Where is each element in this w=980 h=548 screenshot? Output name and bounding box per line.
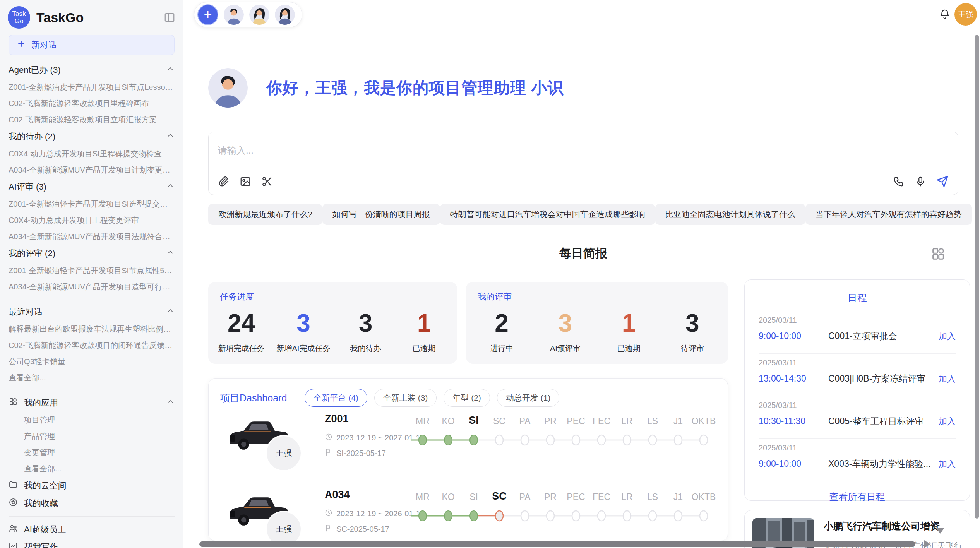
milestone-label-LS: LS bbox=[640, 416, 665, 426]
sidebar-task-item[interactable]: Z001-全新燃油轻卡产品开发项目SI造型提交物评审 bbox=[9, 196, 175, 212]
app-sub-item[interactable]: 查看全部... bbox=[9, 461, 175, 477]
chevron-up-icon[interactable] bbox=[166, 397, 175, 408]
filter-chip[interactable]: 全新平台 (4) bbox=[305, 389, 367, 407]
milestone-track bbox=[410, 431, 716, 449]
recent-chat-item[interactable]: 查看全部... bbox=[9, 370, 175, 386]
image-icon[interactable] bbox=[240, 176, 251, 187]
recent-chat-item[interactable]: C02-飞腾新能源轻客改款项目的闭环通告反馈情况 bbox=[9, 337, 175, 353]
greeting-text: 你好，王强，我是你的项目管理助理 小识 bbox=[266, 77, 564, 99]
project-row-A034: 王强A0342023-12-19 ~ 2026-01-19SC-2025-05-… bbox=[209, 488, 728, 541]
suggestion-chip[interactable]: 当下年轻人对汽车外观有怎样的喜好趋势 bbox=[805, 204, 972, 225]
vertical-scrollbar[interactable] bbox=[975, 35, 979, 519]
sidebar-task-item[interactable]: Z001-全新燃油轻卡产品开发项目SI节点属性5D文件评审 bbox=[9, 262, 175, 279]
join-link[interactable]: 加入 bbox=[939, 416, 956, 427]
chat-composer[interactable]: 请输入... bbox=[208, 132, 958, 195]
scroll-right-arrow[interactable] bbox=[924, 540, 930, 548]
scissors-icon[interactable] bbox=[261, 176, 273, 187]
milestone-label-FEC: FEC bbox=[589, 492, 614, 502]
add-agent-button[interactable]: + bbox=[197, 4, 218, 25]
event-date: 2025/03/11 bbox=[759, 401, 956, 410]
suggestion-chip[interactable]: 比亚迪全固态电池计划具体说了什么 bbox=[655, 204, 805, 225]
send-icon[interactable] bbox=[936, 175, 949, 188]
stat-value: 1 bbox=[401, 311, 447, 336]
stat-label: 已逾期 bbox=[606, 343, 652, 354]
my-apps-header[interactable]: 我的应用 bbox=[9, 394, 175, 412]
sidebar: Task Go TaskGo 新对话 Agent已办 (3)Z001-全新燃油皮… bbox=[0, 0, 183, 548]
filter-chip[interactable]: 动总开发 (1) bbox=[497, 389, 560, 407]
milestone-label-LR: LR bbox=[614, 492, 640, 502]
plus-icon bbox=[17, 39, 26, 51]
stat-value: 3 bbox=[342, 311, 389, 336]
sidebar-task-item[interactable]: C02-飞腾新能源轻客改款项目里程碑画布 bbox=[9, 95, 175, 111]
section-title: Agent已办 (3) bbox=[9, 64, 61, 76]
stat-待评审: 3待评审 bbox=[669, 311, 716, 354]
composer-toolbar bbox=[218, 175, 949, 188]
milestone-track bbox=[410, 507, 716, 525]
recent-chat-item[interactable]: 公司Q3轻卡销量 bbox=[9, 353, 175, 370]
filter-chip[interactable]: 全新上装 (3) bbox=[374, 389, 437, 407]
join-link[interactable]: 加入 bbox=[939, 458, 956, 470]
sidebar-section-header[interactable]: 我的评审 (2) bbox=[9, 245, 175, 262]
stat-label: 已逾期 bbox=[401, 343, 447, 354]
join-link[interactable]: 加入 bbox=[939, 373, 956, 385]
chevron-up-icon[interactable] bbox=[166, 131, 175, 142]
sidebar-task-item[interactable]: C02-飞腾新能源轻客改款项目立项汇报方案 bbox=[9, 111, 175, 128]
stat-进行中: 2进行中 bbox=[478, 311, 525, 354]
event-title: X003-车辆动力学性能验... bbox=[828, 458, 939, 470]
agent-avatar-3[interactable] bbox=[275, 5, 295, 25]
recent-chat-item[interactable]: 解释最新出台的欧盟报废车法规再生塑料比例被调至15%... bbox=[9, 321, 175, 337]
scroll-down-arrow[interactable] bbox=[936, 528, 944, 534]
user-avatar[interactable]: 王强 bbox=[954, 3, 977, 26]
stat-value: 2 bbox=[478, 311, 525, 336]
milestone-label-OKTB: OKTB bbox=[691, 492, 716, 502]
app-title: TaskGo bbox=[36, 10, 158, 25]
sidebar-section-header[interactable]: AI评审 (3) bbox=[9, 178, 175, 196]
agent-avatar-2[interactable] bbox=[249, 5, 269, 25]
stat-新增AI完成任务: 3新增AI完成任务 bbox=[277, 311, 331, 354]
sidebar-collapse-icon[interactable] bbox=[164, 12, 175, 23]
milestone-label-PEC: PEC bbox=[563, 492, 589, 502]
notification-bell-icon[interactable] bbox=[939, 9, 951, 22]
suggestion-chip[interactable]: 特朗普可能对进口汽车增税会对中国车企造成哪些影响 bbox=[440, 204, 655, 225]
sidebar-task-item[interactable]: A034-全新新能源MUV产品开发项目法规符合性评审 bbox=[9, 228, 175, 245]
chevron-up-icon[interactable] bbox=[166, 307, 175, 317]
sidebar-section-header[interactable]: Agent已办 (3) bbox=[9, 61, 175, 79]
sidebar-task-item[interactable]: A034-全新新能源MUV产品开发项目造型可行性评审 bbox=[9, 279, 175, 295]
new-chat-button[interactable]: 新对话 bbox=[9, 35, 175, 55]
event-line: 9:00-10:00C001-立项审批会加入 bbox=[759, 330, 956, 342]
view-all-schedule-link[interactable]: 查看所有日程 bbox=[745, 491, 970, 503]
logo-line2: Go bbox=[15, 17, 24, 25]
join-link[interactable]: 加入 bbox=[939, 331, 956, 342]
chevron-up-icon[interactable] bbox=[166, 65, 175, 75]
sidebar-header: Task Go TaskGo bbox=[0, 0, 183, 32]
sidebar-task-item[interactable]: C0X4-动力总成开发项目工程变更评审 bbox=[9, 212, 175, 228]
milestone-label-PEC: PEC bbox=[563, 416, 589, 426]
schedule-event: 2025/03/1110:30-11:30C005-整车工程目标评审加入 bbox=[759, 396, 956, 439]
sidebar-scroll: Agent已办 (3)Z001-全新燃油皮卡产品开发项目SI节点Lesson L… bbox=[0, 61, 183, 548]
brief-layout-icon[interactable] bbox=[930, 246, 946, 263]
chevron-up-icon[interactable] bbox=[166, 182, 175, 192]
sidebar-task-item[interactable]: A034-全新新能源MUV产品开发项目计划变更表编写 bbox=[9, 162, 175, 178]
sidebar-task-item[interactable]: C0X4-动力总成开发项目SI里程碑提交物检查 bbox=[9, 146, 175, 162]
chevron-up-icon[interactable] bbox=[166, 248, 175, 259]
horizontal-scrollbar[interactable] bbox=[199, 541, 915, 547]
microphone-icon[interactable] bbox=[915, 176, 926, 187]
suggestion-chip[interactable]: 欧洲新规最近颁布了什么? bbox=[208, 204, 322, 225]
recent-chats-header[interactable]: 最近对话 bbox=[9, 303, 175, 321]
app-logo: Task Go bbox=[8, 6, 30, 29]
app-sub-item[interactable]: 变更管理 bbox=[9, 444, 175, 461]
filter-chip[interactable]: 年型 (2) bbox=[444, 389, 490, 407]
sidebar-task-item[interactable]: Z001-全新燃油皮卡产品开发项目SI节点Lesson Learn报告 bbox=[9, 79, 175, 95]
attachment-icon[interactable] bbox=[218, 176, 230, 187]
app-sub-item[interactable]: 项目管理 bbox=[9, 412, 175, 428]
suggestion-chip[interactable]: 如何写一份清晰的项目周报 bbox=[322, 204, 440, 225]
phone-call-icon[interactable] bbox=[893, 176, 905, 187]
task-progress-card: 任务进度 24新增完成任务3新增AI完成任务3我的待办1已逾期 bbox=[208, 282, 457, 364]
sidebar-tool-帮我写作[interactable]: 帮我写作 bbox=[9, 538, 175, 548]
app-sub-item[interactable]: 产品管理 bbox=[9, 428, 175, 444]
agent-avatar-1[interactable] bbox=[224, 5, 244, 25]
sidebar-tool-AI超级员工[interactable]: AI超级员工 bbox=[9, 521, 175, 538]
sidebar-section-header[interactable]: 我的待办 (2) bbox=[9, 128, 175, 146]
sidebar-link-我的云空间[interactable]: 我的云空间 bbox=[9, 477, 175, 495]
sidebar-link-我的收藏[interactable]: 我的收藏 bbox=[9, 495, 175, 512]
